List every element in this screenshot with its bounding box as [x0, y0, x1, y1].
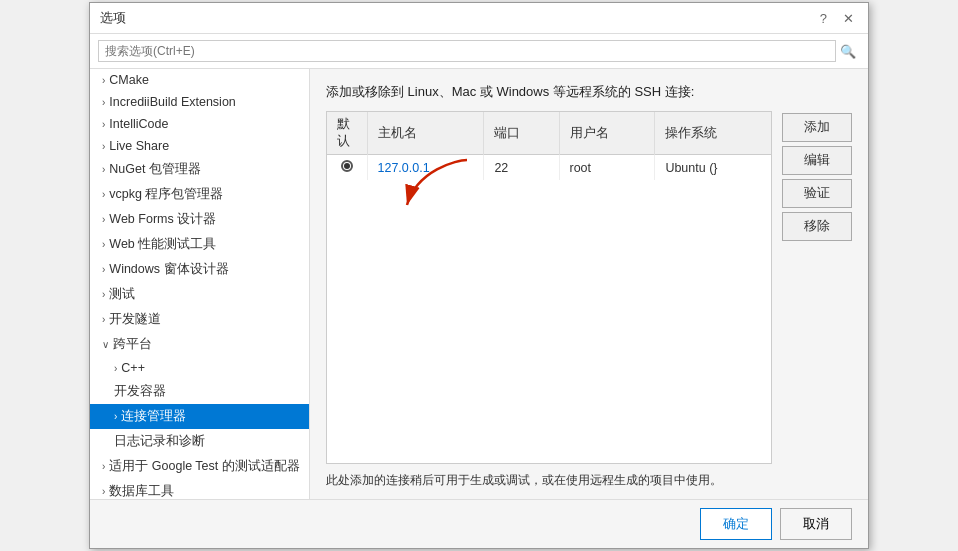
sidebar-item-liveshare[interactable]: › Live Share — [90, 135, 309, 157]
sidebar-arrow-crossplatform: ∨ — [102, 339, 109, 350]
sidebar: › CMake› IncrediiBuild Extension› Intell… — [90, 69, 310, 499]
table-area: 默认主机名端口用户名操作系统 127.0.0.122rootUbuntu (} … — [326, 111, 852, 464]
dialog-title: 选项 — [100, 9, 126, 27]
sidebar-item-incredibuild[interactable]: › IncrediiBuild Extension — [90, 91, 309, 113]
sidebar-item-log[interactable]: 日志记录和诊断 — [90, 429, 309, 454]
sidebar-label-googletest: 适用于 Google Test 的测试适配器 — [109, 458, 299, 475]
sidebar-arrow-intellicode: › — [102, 119, 105, 130]
sidebar-arrow-dbtool: › — [102, 486, 105, 497]
sidebar-label-devtunnel: 开发隧道 — [109, 311, 161, 328]
sidebar-arrow-incredibuild: › — [102, 97, 105, 108]
sidebar-arrow-cmake: › — [102, 75, 105, 86]
sidebar-item-nuget[interactable]: › NuGet 包管理器 — [90, 157, 309, 182]
cell-host-0: 127.0.0.1 — [367, 155, 484, 181]
close-button[interactable]: ✕ — [839, 11, 858, 26]
sidebar-item-webforms[interactable]: › Web Forms 设计器 — [90, 207, 309, 232]
sidebar-arrow-test: › — [102, 289, 105, 300]
table-header: 默认主机名端口用户名操作系统 — [327, 112, 771, 155]
col-header-4: 操作系统 — [655, 112, 771, 155]
sidebar-item-vcpkg[interactable]: › vcpkg 程序包管理器 — [90, 182, 309, 207]
sidebar-arrow-webperf: › — [102, 239, 105, 250]
sidebar-label-cpp: C++ — [121, 361, 145, 375]
col-header-3: 用户名 — [559, 112, 655, 155]
main-panel: 添加或移除到 Linux、Mac 或 Windows 等远程系统的 SSH 连接… — [310, 69, 868, 499]
action-buttons: 添加编辑验证移除 — [782, 111, 852, 464]
sidebar-arrow-vcpkg: › — [102, 189, 105, 200]
sidebar-item-test[interactable]: › 测试 — [90, 282, 309, 307]
sidebar-label-cmake: CMake — [109, 73, 149, 87]
content-area: › CMake› IncrediiBuild Extension› Intell… — [90, 69, 868, 499]
cell-port-0: 22 — [484, 155, 559, 181]
action-btn-1[interactable]: 编辑 — [782, 146, 852, 175]
search-input[interactable] — [98, 40, 836, 62]
sidebar-item-dbtool[interactable]: › 数据库工具 — [90, 479, 309, 499]
sidebar-arrow-nuget: › — [102, 164, 105, 175]
sidebar-arrow-liveshare: › — [102, 141, 105, 152]
sidebar-label-log: 日志记录和诊断 — [114, 433, 205, 450]
sidebar-label-nuget: NuGet 包管理器 — [109, 161, 201, 178]
sidebar-item-googletest[interactable]: › 适用于 Google Test 的测试适配器 — [90, 454, 309, 479]
sidebar-item-windows[interactable]: › Windows 窗体设计器 — [90, 257, 309, 282]
table-row[interactable]: 127.0.0.122rootUbuntu (} — [327, 155, 771, 181]
sidebar-arrow-devtunnel: › — [102, 314, 105, 325]
sidebar-item-crossplatform[interactable]: ∨ 跨平台 — [90, 332, 309, 357]
dialog-footer: 确定 取消 — [90, 499, 868, 548]
help-button[interactable]: ? — [816, 11, 831, 26]
col-header-2: 端口 — [484, 112, 559, 155]
sidebar-item-cmake[interactable]: › CMake — [90, 69, 309, 91]
sidebar-arrow-googletest: › — [102, 461, 105, 472]
sidebar-label-test: 测试 — [109, 286, 135, 303]
cell-default-0 — [327, 155, 367, 181]
col-header-0: 默认 — [327, 112, 367, 155]
title-bar: 选项 ? ✕ — [90, 3, 868, 34]
sidebar-label-devcontainer: 开发容器 — [114, 383, 166, 400]
sidebar-item-devcontainer[interactable]: 开发容器 — [90, 379, 309, 404]
table-body: 127.0.0.122rootUbuntu (} — [327, 155, 771, 181]
radio-0[interactable] — [341, 160, 353, 172]
sidebar-label-webperf: Web 性能测试工具 — [109, 236, 216, 253]
sidebar-label-liveshare: Live Share — [109, 139, 169, 153]
sidebar-label-windows: Windows 窗体设计器 — [109, 261, 228, 278]
sidebar-label-connmgr: 连接管理器 — [121, 408, 186, 425]
sidebar-item-intellicode[interactable]: › IntelliCode — [90, 113, 309, 135]
ssh-table: 默认主机名端口用户名操作系统 127.0.0.122rootUbuntu (} — [327, 112, 771, 180]
sidebar-item-cpp[interactable]: › C++ — [90, 357, 309, 379]
sidebar-label-webforms: Web Forms 设计器 — [109, 211, 216, 228]
sidebar-label-incredibuild: IncrediiBuild Extension — [109, 95, 235, 109]
sidebar-item-devtunnel[interactable]: › 开发隧道 — [90, 307, 309, 332]
sidebar-label-intellicode: IntelliCode — [109, 117, 168, 131]
action-btn-3[interactable]: 移除 — [782, 212, 852, 241]
sidebar-arrow-connmgr: › — [114, 411, 117, 422]
action-btn-0[interactable]: 添加 — [782, 113, 852, 142]
sidebar-item-webperf[interactable]: › Web 性能测试工具 — [90, 232, 309, 257]
title-controls: ? ✕ — [816, 11, 858, 26]
sidebar-label-dbtool: 数据库工具 — [109, 483, 174, 499]
sidebar-arrow-webforms: › — [102, 214, 105, 225]
bottom-text: 此处添加的连接稍后可用于生成或调试，或在使用远程生成的项目中使用。 — [326, 472, 852, 489]
sidebar-item-connmgr[interactable]: › 连接管理器 — [90, 404, 309, 429]
cell-os-0: Ubuntu (} — [655, 155, 771, 181]
ssh-table-container: 默认主机名端口用户名操作系统 127.0.0.122rootUbuntu (} — [326, 111, 772, 464]
panel-title: 添加或移除到 Linux、Mac 或 Windows 等远程系统的 SSH 连接… — [326, 83, 852, 101]
cell-user-0: root — [559, 155, 655, 181]
confirm-button[interactable]: 确定 — [700, 508, 772, 540]
search-bar: 🔍 — [90, 34, 868, 69]
sidebar-label-crossplatform: 跨平台 — [113, 336, 152, 353]
sidebar-arrow-cpp: › — [114, 363, 117, 374]
sidebar-label-vcpkg: vcpkg 程序包管理器 — [109, 186, 223, 203]
sidebar-arrow-windows: › — [102, 264, 105, 275]
action-btn-2[interactable]: 验证 — [782, 179, 852, 208]
options-dialog: 选项 ? ✕ 🔍 › CMake› IncrediiBuild Extensio… — [89, 2, 869, 549]
cancel-button[interactable]: 取消 — [780, 508, 852, 540]
search-icon-button[interactable]: 🔍 — [836, 44, 860, 59]
col-header-1: 主机名 — [367, 112, 484, 155]
